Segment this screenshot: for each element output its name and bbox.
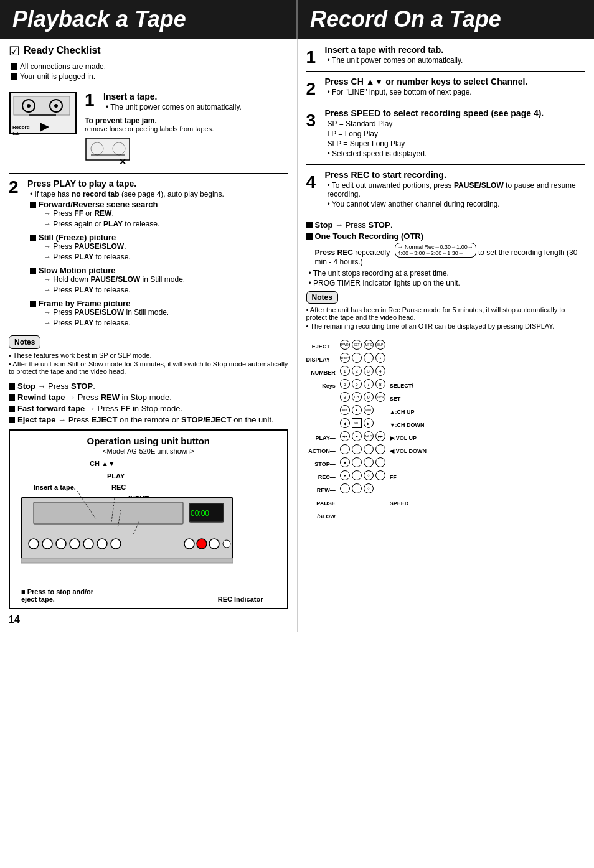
rbtn-n4[interactable]: 4 (375, 366, 385, 376)
rbtn-sel[interactable]: SEL (352, 418, 362, 428)
rbtn-srch[interactable]: SRCH (375, 392, 385, 402)
left-title: Playback a Tape (0, 0, 298, 39)
tape-diagram-svg: Record tab (9, 91, 77, 138)
rbtn-vdn[interactable]: ◀ (340, 418, 350, 428)
rr-empty2 (388, 353, 427, 366)
rbtn-n1[interactable]: 1 (340, 366, 350, 376)
rbtn-n6[interactable]: 6 (352, 379, 362, 389)
rbtn-n9[interactable]: 9 (340, 392, 350, 402)
operation-box: Operation using unit button <Model AG-52… (9, 429, 288, 609)
rbtn-vup[interactable]: ▶ (364, 418, 374, 428)
speed-lp: LP = Long Play (328, 129, 586, 138)
right-step2-num: 2 (306, 80, 320, 98)
right-step3-content: Press SPEED to select recording speed (s… (325, 108, 586, 159)
rbtn-stop2[interactable] (352, 457, 362, 467)
bullet-square (9, 383, 15, 390)
rbtn-0[interactable]: 0 (364, 392, 374, 402)
speed-sp: SP = Standard Play (328, 119, 586, 128)
remote-right-labels: SELECT/ SET ▲:CH UP ▼:CH DOWN ▶:VOL UP ◀… (388, 340, 427, 523)
remote-row-num2: 5 6 7 8 (340, 379, 385, 389)
right-step3: 3 Press SPEED to select recording speed … (306, 108, 586, 159)
sub-ff-release: Press again or PLAY to release. (44, 220, 159, 228)
right-step4-b1: • To edit out unwanted portions, press P… (328, 181, 586, 198)
rbtn-rec2[interactable] (352, 470, 362, 480)
rbtn-play-l[interactable]: ◀◀ (340, 431, 350, 441)
rbtn-stop1[interactable]: ■ (340, 457, 350, 467)
rbtn-rew1[interactable] (340, 483, 350, 493)
remote-row-eject: PWR SET MTS SLP (340, 340, 385, 350)
remote-row-num3: 9 CH 0 SRCH (340, 392, 385, 402)
rbtn-set[interactable]: SET (352, 340, 362, 350)
rl-rec: REC— (306, 470, 337, 483)
sub-frame-1: Press PAUSE/SLOW in Still mode. (44, 308, 169, 317)
svg-point-19 (29, 539, 39, 549)
right-step2-title: Press CH ▲▼ or number keys to select Cha… (325, 77, 586, 86)
rbtn-play-r1[interactable]: PAUS (364, 431, 374, 441)
rr-select: SELECT/ (388, 379, 427, 392)
rbtn-n2[interactable]: 2 (352, 366, 362, 376)
rbtn-rec3[interactable]: ○ (364, 470, 374, 480)
otr-header: One Touch Recording (OTR) (306, 231, 586, 241)
rbtn-d3[interactable]: ● (375, 353, 385, 363)
right-step4-content: Press REC to start recording. • To edit … (325, 170, 586, 210)
step2-content: Press PLAY to play a tape. • If tape has… (27, 179, 288, 332)
rl-empty1 (306, 392, 337, 405)
rbtn-rec1[interactable]: ● (340, 470, 350, 480)
rbtn-mts[interactable]: MTS (364, 340, 374, 350)
rbtn-act3[interactable] (364, 444, 374, 454)
right-step2: 2 Press CH ▲▼ or number keys to select C… (306, 77, 586, 98)
right-step4-num: 4 (306, 174, 320, 191)
rbtn-act4[interactable] (375, 444, 385, 454)
bullet-square (30, 301, 36, 307)
rl-number: NUMBER (306, 366, 337, 379)
rbtn-ret[interactable]: RET (340, 405, 350, 415)
rbtn-mnu[interactable]: MNU (364, 405, 374, 415)
bullet-square (11, 63, 17, 70)
rbtn-rew3[interactable]: ○ (364, 483, 374, 493)
rbtn-n5[interactable]: 5 (340, 379, 350, 389)
step2-bullet: • If tape has no record tab (see page 4)… (30, 190, 288, 198)
right-step1-title: Insert a tape with record tab. (325, 45, 586, 55)
rl-empty3 (306, 418, 337, 431)
rl-rew: REW— (306, 483, 337, 497)
rl-display: DISPLAY— (306, 353, 337, 366)
rbtn-rec4[interactable] (375, 470, 385, 480)
remote-row-display: DISP ● (340, 353, 385, 363)
svg-line-33 (118, 510, 121, 528)
otr-desc: Press REC repeatedly → Normal Rec→0:30→1… (315, 243, 586, 266)
rbtn-n3[interactable]: 3 (364, 366, 374, 376)
rr-empty3 (388, 366, 427, 379)
ff-bullet: Fast forward tape → Press FF in Stop mod… (9, 404, 288, 413)
rbtn-play-c[interactable]: ▶ (352, 431, 362, 441)
rbtn-d2[interactable] (364, 353, 374, 363)
bullet-square (306, 222, 313, 228)
rbtn-disp[interactable]: DISP (340, 353, 350, 363)
notes-label: Notes (9, 335, 40, 349)
right-step1: 1 Insert a tape with record tab. • The u… (306, 45, 586, 66)
svg-point-25 (111, 539, 121, 549)
rbtn-up[interactable]: ▲ (352, 405, 362, 415)
svg-point-20 (42, 539, 52, 549)
rbtn-rew2[interactable] (352, 483, 362, 493)
right-step3-num: 3 (306, 112, 320, 129)
bullet-square (9, 417, 15, 423)
feature-slow-text: Slow Motion picture Hold down PAUSE/SLOW… (39, 266, 185, 296)
rbtn-stop3[interactable] (364, 457, 374, 467)
right-step3-title: Press SPEED to select recording speed (s… (325, 108, 586, 118)
svg-text:Record: Record (12, 124, 30, 130)
rbtn-n8[interactable]: 8 (375, 379, 385, 389)
rbtn-n7[interactable]: 7 (364, 379, 374, 389)
rbtn-pwr[interactable]: PWR (340, 340, 350, 350)
rbtn-d1[interactable] (352, 353, 362, 363)
rbtn-sleep[interactable]: SLP (375, 340, 385, 350)
rbtn-ch[interactable]: CH (352, 392, 362, 402)
rbtn-stop4[interactable] (375, 457, 385, 467)
rbtn-play-r2[interactable]: ▶▶ (375, 431, 385, 441)
step1-num: 1 (85, 91, 98, 109)
rbtn-act1[interactable] (340, 444, 350, 454)
step1-text: Insert a tape. • The unit power comes on… (103, 91, 242, 113)
rbtn-act2[interactable] (352, 444, 362, 454)
page-number: 14 (9, 614, 288, 625)
rl-eject: EJECT— (306, 340, 337, 353)
step1-bullet: • The unit power comes on automatically. (106, 103, 242, 111)
